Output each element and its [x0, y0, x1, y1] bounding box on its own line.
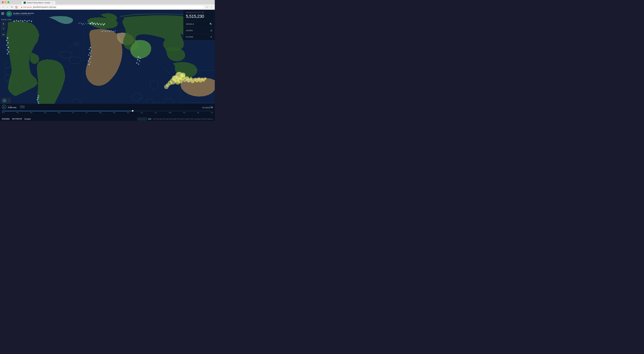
- collapse-panel-button[interactable]: ‹: [8, 98, 11, 104]
- month-badge-label: 1 MONTH: [204, 107, 210, 108]
- beta-badge: Beta: [148, 118, 152, 120]
- svg-point-79: [8, 47, 9, 48]
- timeline-fishing-info: Fishing 0 hours: [20, 105, 24, 108]
- map-container[interactable]: GLOBAL FISHING WATCH Sustainability thro…: [0, 10, 215, 121]
- svg-point-75: [7, 37, 8, 39]
- zoom-out-button[interactable]: −: [1, 26, 6, 31]
- timeline-fill: [2, 111, 133, 111]
- map-coordinates: 80.8328, 3.6914: [1, 19, 12, 20]
- start-date: 31 DEC 2016: [8, 107, 16, 108]
- svg-point-28: [80, 22, 80, 23]
- svg-point-106: [105, 31, 106, 32]
- svg-point-29: [78, 23, 80, 24]
- svg-point-76: [6, 40, 7, 41]
- globe-button[interactable]: [1, 98, 8, 104]
- month-sep: Sep: [113, 112, 115, 114]
- svg-point-131: [8, 13, 10, 14]
- month-jun: Jun: [72, 112, 74, 114]
- svg-point-60: [88, 60, 89, 62]
- vessels-count: 5,515,230: [186, 14, 212, 19]
- svg-point-98: [20, 20, 22, 21]
- svg-point-111: [114, 30, 116, 32]
- tab-bar: Global Fishing Watch | Sustain ×: [11, 0, 66, 4]
- svg-point-85: [37, 99, 38, 100]
- hamburger-line-3: [1, 14, 4, 15]
- address-bar[interactable]: 🔒 Not Secure globalfishingwatch.org/map/: [19, 5, 205, 9]
- month-oct: Oct: [127, 112, 129, 114]
- vessels-activity-section: VESSELS ACTIVITY i 5,515,230: [183, 10, 215, 21]
- svg-point-97: [18, 20, 19, 22]
- back-button[interactable]: ‹: [1, 5, 5, 9]
- bookmark-button[interactable]: ☆: [205, 5, 209, 9]
- forward-button[interactable]: ›: [6, 5, 10, 9]
- svg-point-73: [103, 24, 104, 26]
- skytruth-logo: SKYTRUTH: [12, 118, 22, 120]
- svg-point-83: [37, 97, 39, 98]
- hamburger-line-1: [1, 12, 4, 13]
- layers-panel-item[interactable]: LAYERS ⊞: [183, 27, 215, 34]
- vessels-activity-info-icon[interactable]: i: [202, 12, 204, 13]
- timeline-handle[interactable]: [132, 110, 134, 112]
- oceana-logo: OCEANA: [2, 118, 10, 120]
- play-icon: ▶: [4, 106, 5, 108]
- svg-point-71: [100, 24, 102, 25]
- close-traffic-light[interactable]: [2, 1, 4, 3]
- month-2017: 2017: [2, 112, 5, 114]
- home-button[interactable]: 🏠: [14, 5, 18, 9]
- browser-toolbar: ‹ › ↻ 🏠 🔒 Not Secure globalfishingwatch.…: [0, 4, 215, 10]
- svg-point-57: [88, 54, 90, 56]
- month-aug: Aug: [99, 112, 101, 114]
- gear-icon: ⚙: [203, 107, 204, 108]
- maximize-traffic-light[interactable]: [8, 1, 10, 3]
- show-footer-button[interactable]: Show Footer: [138, 118, 147, 120]
- svg-point-96: [16, 20, 17, 21]
- share-button[interactable]: ↪: [1, 32, 6, 37]
- svg-point-107: [107, 30, 108, 32]
- month-dec: Dec: [155, 112, 157, 114]
- search-icon: 🔍: [210, 23, 212, 25]
- hamburger-line-2: [1, 13, 4, 14]
- tab-close-button[interactable]: ×: [51, 2, 54, 4]
- month-jul: Jul: [86, 112, 87, 114]
- svg-point-54: [89, 49, 90, 50]
- bottom-logos: OCEANA SKYTRUTH Google: [2, 118, 31, 120]
- month-mar2: Mar: [197, 112, 199, 114]
- minimize-traffic-light[interactable]: [5, 1, 6, 3]
- filters-panel-item[interactable]: FILTERS ▼: [183, 34, 215, 40]
- layers-label: LAYERS: [186, 30, 193, 32]
- svg-point-100: [24, 20, 26, 21]
- vessels-label: VESSELS: [186, 23, 194, 25]
- hamburger-menu-button[interactable]: [1, 11, 6, 16]
- vessels-panel-item[interactable]: VESSELS 🔍: [183, 21, 215, 27]
- play-button[interactable]: ▶: [2, 105, 6, 109]
- svg-point-82: [7, 53, 8, 54]
- svg-point-104: [102, 31, 103, 32]
- svg-point-108: [109, 31, 110, 32]
- svg-point-38: [172, 76, 177, 81]
- more-options-button[interactable]: ⋮: [210, 5, 214, 9]
- vessels-activity-label: VESSELS ACTIVITY i: [186, 12, 212, 13]
- svg-point-74: [104, 24, 105, 24]
- svg-point-21: [84, 24, 85, 24]
- timeline: ▶ START 31 DEC 2016 Fishing 0 hours END …: [0, 104, 215, 121]
- svg-point-59: [89, 58, 90, 60]
- app-name: GLOBAL FISHING WATCH: [13, 12, 34, 14]
- svg-point-65: [92, 23, 94, 25]
- svg-point-25: [87, 24, 88, 24]
- url-text: globalfishingwatch.org/map/: [33, 6, 56, 8]
- month-may: May: [58, 112, 60, 114]
- start-label: START: [8, 106, 16, 107]
- zoom-in-button[interactable]: +: [1, 22, 6, 26]
- gfw-logo: GLOBAL FISHING WATCH Sustainability thro…: [6, 11, 34, 17]
- fishing-label: Fishing: [20, 105, 24, 107]
- month-mar: Mar: [30, 112, 32, 114]
- svg-point-63: [90, 23, 91, 24]
- active-tab[interactable]: Global Fishing Watch | Sustain ×: [22, 1, 55, 4]
- refresh-button[interactable]: ↻: [10, 5, 14, 9]
- svg-point-26: [88, 23, 89, 24]
- svg-point-56: [89, 52, 90, 54]
- zoom-controls: + − ↪: [1, 22, 6, 37]
- timeline-track[interactable]: [2, 111, 213, 111]
- svg-point-109: [111, 30, 112, 31]
- svg-point-94: [138, 64, 139, 65]
